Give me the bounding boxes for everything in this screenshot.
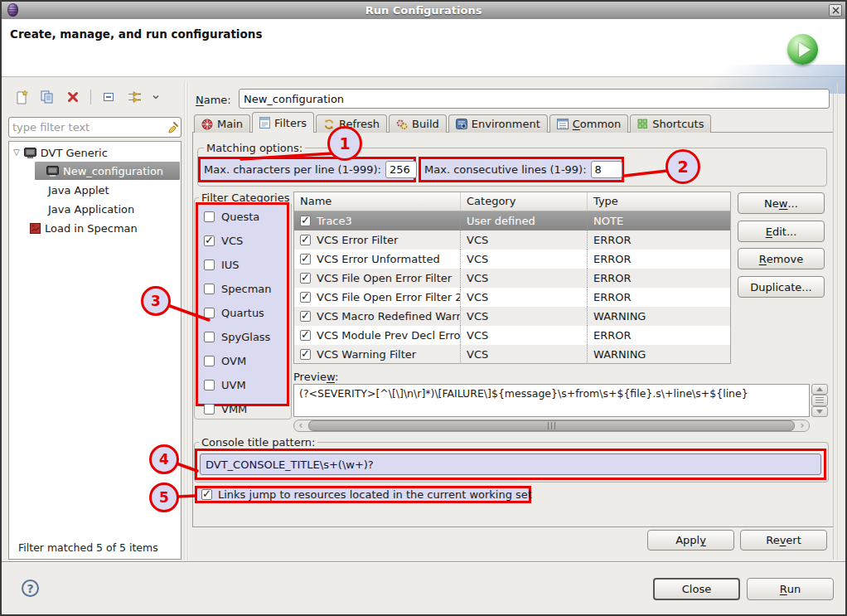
tab-common[interactable]: Common (549, 114, 629, 133)
tree-item-java-applet[interactable]: Java Applet (48, 181, 177, 199)
column-header-type[interactable]: Type (588, 192, 730, 211)
revert-button[interactable]: Revert (740, 530, 827, 551)
expander-icon[interactable]: ▽ (13, 148, 20, 157)
panel-splitter[interactable] (184, 81, 190, 560)
table-row[interactable]: Trace3 User defined NOTE (294, 211, 730, 230)
edit-filter-button[interactable]: Edit... (738, 221, 825, 242)
category-vcs[interactable]: VCS (204, 235, 287, 247)
vcs-checkbox[interactable] (204, 235, 215, 246)
scroll-down-button[interactable] (811, 406, 828, 417)
row-checkbox[interactable] (300, 292, 311, 303)
category-uvm[interactable]: UVM (204, 379, 287, 391)
tree-item-load-in-specman[interactable]: Load in Specman (30, 219, 177, 237)
quartus-checkbox[interactable] (204, 308, 215, 318)
category-specman[interactable]: Specman (204, 283, 287, 295)
preview-scrollbar-horizontal[interactable]: ‹ › (293, 420, 810, 432)
row-checkbox[interactable] (300, 273, 311, 284)
scroll-right-button[interactable]: › (796, 420, 809, 431)
remove-filter-button[interactable]: Remove (738, 248, 825, 269)
table-row[interactable]: VCS Error Filter VCS ERROR (294, 230, 730, 250)
console-title-pattern-input[interactable]: DVT_CONSOLE_TITLE\s+(\w+)? (200, 454, 821, 475)
tree-item-new-configuration[interactable]: New_configuration (35, 162, 180, 180)
max-lines-input[interactable] (591, 161, 622, 178)
links-option[interactable]: Links jump to resources located in the c… (197, 488, 529, 501)
up-arrow-icon (816, 387, 823, 391)
row-checkbox[interactable] (300, 235, 311, 245)
console-icon (46, 166, 59, 177)
row-checkbox[interactable] (300, 254, 311, 264)
table-row[interactable]: VCS Macro Redefined Warn VCS WARNING (294, 307, 730, 326)
spyglass-checkbox[interactable] (204, 332, 215, 342)
table-row[interactable]: VCS Error Unformatted VCS ERROR (294, 250, 730, 269)
help-button[interactable]: ? (22, 580, 39, 597)
titlebar[interactable]: Run Configurations (2, 2, 845, 20)
category-ovm[interactable]: OVM (204, 355, 287, 367)
uvm-checkbox[interactable] (204, 380, 215, 390)
grip-icon (816, 397, 824, 403)
category-questa[interactable]: Questa (204, 211, 287, 223)
duplicate-filter-button[interactable]: Duplicate... (738, 276, 825, 298)
scroll-up-button[interactable] (811, 384, 828, 395)
run-button[interactable]: Run (747, 578, 834, 600)
shortcuts-icon (637, 119, 648, 129)
row-checkbox[interactable] (300, 216, 311, 226)
preview-text-area[interactable]: (?<SEVERITY>[^\[\]\n\r]*)\[FAILURE\]${me… (293, 384, 810, 417)
specman-checkbox[interactable] (204, 284, 215, 294)
scroll-thumb[interactable] (811, 395, 828, 405)
table-row[interactable]: VCS Warning Filter VCS WARNING (294, 345, 730, 364)
delete-launch-configuration-button[interactable] (64, 88, 82, 106)
toolbar-menu-button[interactable] (151, 88, 161, 106)
filter-name: VCS Warning Filter (317, 348, 416, 361)
collapse-all-button[interactable] (99, 88, 118, 106)
questa-checkbox[interactable] (204, 211, 215, 222)
tab-shortcuts[interactable]: Shortcuts (630, 114, 711, 133)
new-launch-configuration-button[interactable] (12, 88, 31, 106)
console-title-pattern-label: Console title pattern: (199, 436, 317, 449)
new-filter-button[interactable]: New... (738, 192, 825, 214)
tab-filters[interactable]: Filters (252, 112, 314, 133)
filters-table: Name Category Type Trace3 User defined N… (293, 192, 731, 364)
duplicate-launch-configuration-button[interactable] (38, 88, 56, 106)
category-spyglass[interactable]: SpyGlass (204, 331, 287, 343)
filter-launch-configurations-button[interactable] (125, 88, 143, 106)
close-icon (832, 7, 840, 14)
close-button[interactable]: Close (653, 578, 740, 600)
main-icon (201, 119, 213, 130)
max-chars-input[interactable] (385, 161, 417, 178)
column-header-category[interactable]: Category (461, 192, 588, 211)
tab-build[interactable]: Build (389, 114, 447, 133)
column-header-name[interactable]: Name (294, 192, 461, 211)
build-gears-icon (396, 119, 408, 130)
matching-options-label: Matching options: (204, 142, 305, 154)
tab-label: Common (573, 118, 622, 130)
ovm-checkbox[interactable] (204, 356, 215, 366)
scroll-left-button[interactable]: ‹ (294, 420, 307, 431)
down-arrow-icon (816, 410, 823, 414)
clear-filter-button[interactable] (164, 121, 181, 134)
tree-item-java-application[interactable]: Java Application (48, 200, 177, 218)
category-quartus[interactable]: Quartus (204, 307, 287, 319)
table-row[interactable]: VCS Module Prev Decl Erro VCS ERROR (294, 326, 730, 345)
window-close-button[interactable] (829, 4, 842, 17)
row-checkbox[interactable] (300, 311, 311, 322)
annotation-box-5: Links jump to resources located in the c… (195, 486, 531, 503)
apply-button[interactable]: Apply (647, 530, 734, 551)
table-row[interactable]: VCS File Open Error Filter VCS ERROR (294, 269, 730, 288)
category-ius[interactable]: IUS (204, 259, 287, 271)
collapse-all-icon (102, 90, 116, 104)
configuration-name-input[interactable] (239, 89, 830, 109)
row-checkbox[interactable] (300, 349, 311, 360)
category-vmm[interactable]: VMM (204, 403, 287, 415)
ius-checkbox[interactable] (204, 259, 215, 270)
table-row[interactable]: VCS File Open Error Filter 2 VCS ERROR (294, 288, 730, 307)
row-checkbox[interactable] (300, 330, 311, 341)
tab-main[interactable]: Main (194, 114, 250, 133)
vmm-checkbox[interactable] (204, 404, 215, 415)
tab-environment[interactable]: Environment (448, 114, 548, 133)
horizontal-scroll-thumb[interactable] (308, 420, 795, 431)
links-checkbox[interactable] (201, 489, 212, 500)
tree-item-dvt-generic[interactable]: ▽ DVT Generic (13, 143, 177, 162)
tab-label: Main (217, 118, 243, 130)
filter-text-input[interactable] (9, 121, 164, 133)
play-icon (799, 42, 811, 57)
